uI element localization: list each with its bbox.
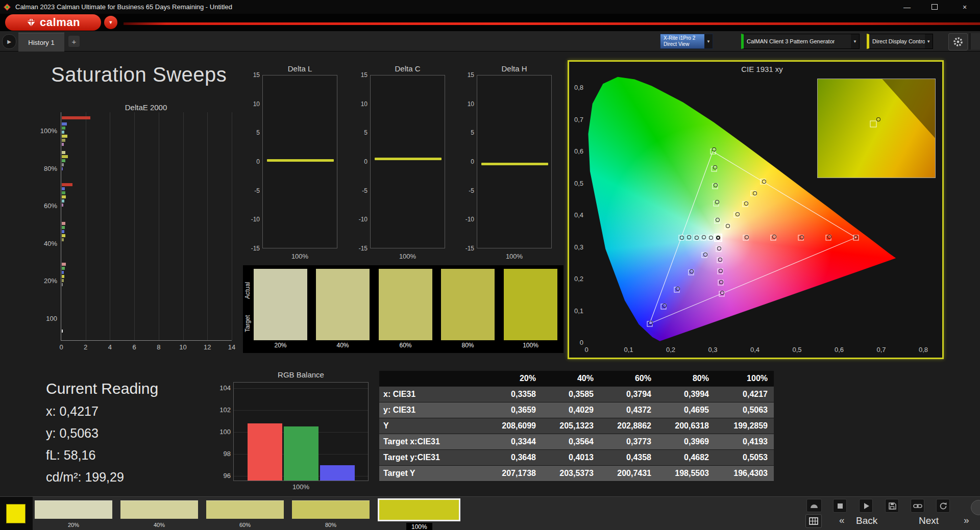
cie-y-tick: 0,2	[569, 275, 583, 283]
table-cell: 0,3344	[484, 437, 542, 446]
level-swatch-60%[interactable]	[206, 500, 284, 519]
level-swatch-20%[interactable]	[35, 500, 112, 519]
delta_c-y-tick: 15	[352, 71, 368, 79]
deltae-x-tick: 12	[197, 343, 217, 351]
next-button[interactable]: Next	[919, 515, 939, 526]
maximize-icon	[932, 4, 938, 10]
save-button[interactable]	[885, 499, 899, 513]
deltae-bar	[62, 191, 65, 194]
back-chevrons-icon[interactable]: «	[839, 515, 845, 526]
deltae-bar	[62, 116, 90, 119]
cie-y-tick: 0	[569, 339, 583, 346]
table-cell: 207,1738	[484, 469, 542, 478]
cie-measured-point-yellow	[736, 212, 740, 216]
meter-dropdown[interactable]: X-Rite i1Pro 2 Direct View ▼	[660, 34, 713, 49]
tab-history-1[interactable]: History 1	[18, 33, 64, 52]
delta_h-y-tick: -10	[459, 216, 474, 223]
deltae-bar	[62, 195, 66, 198]
level-swatch-40%[interactable]	[120, 500, 198, 519]
level-swatch-label: 20%	[35, 522, 112, 528]
deltae-x-tick: 10	[173, 343, 193, 351]
deltae-gridline	[159, 112, 159, 340]
workflow-menu-button[interactable]: ▶	[2, 34, 16, 49]
cie-inset-target-square	[870, 120, 877, 127]
link-button[interactable]	[911, 499, 924, 513]
cie-measured-point-red	[827, 235, 831, 239]
close-button[interactable]: ×	[949, 0, 980, 14]
cie-x-tick: 0,5	[787, 346, 807, 354]
stop-button[interactable]	[833, 499, 847, 513]
tabbar: ▶ History 1 + X-Rite i1Pro 2 Direct View…	[0, 31, 980, 52]
refresh-button[interactable]	[936, 499, 950, 513]
back-button[interactable]: Back	[856, 515, 877, 526]
delta_c-y-tick: -10	[352, 216, 368, 223]
compare-swatch-40%	[316, 269, 370, 340]
next-chevrons-icon[interactable]: »	[964, 515, 969, 526]
delta_c-y-tick: 10	[352, 100, 368, 108]
deltae-x-tick: 14	[222, 343, 242, 351]
rgb-gridline	[234, 388, 368, 389]
table-cell: 0,3969	[657, 437, 715, 446]
brand-row: calman ▼	[0, 14, 980, 31]
gear-icon	[952, 36, 964, 47]
panel-edge-button[interactable]	[970, 33, 980, 49]
calman-logo-text: calman	[40, 16, 80, 29]
table-cell: 199,2859	[715, 421, 774, 431]
pattern-color-swatch	[6, 504, 26, 523]
measurement-table: 20%40%60%80%100%x: CIE310,33580,35850,37…	[379, 371, 774, 482]
deltae-gridline	[232, 112, 232, 340]
cie-measured-point-magenta	[718, 258, 722, 262]
compare-swatch-60%	[379, 269, 432, 340]
close-icon: ×	[963, 3, 967, 11]
calman-menu-button[interactable]: calman	[5, 14, 101, 31]
cie-zoom-inset	[817, 79, 936, 178]
play-icon	[863, 502, 870, 510]
delta_l-value-bar	[267, 159, 334, 162]
compare-swatch-100%	[504, 269, 557, 340]
table-cell: 0,4217	[715, 390, 774, 399]
calman-menu-dropdown-button[interactable]: ▼	[104, 16, 117, 29]
pattern-preview-tile	[0, 497, 33, 530]
cie-x-tick: 0,4	[745, 346, 765, 354]
cie-measured-point-green	[713, 165, 717, 169]
rgb-bar-green	[284, 426, 318, 481]
cie-x-tick: 0,2	[660, 346, 681, 354]
cie-x-tick: 0,1	[619, 346, 639, 354]
cie1931-title: CIE 1931 xy	[586, 65, 938, 73]
cie-x-tick: 0	[576, 346, 597, 354]
table-cell: 198,5503	[657, 469, 715, 478]
deltae-bar	[62, 238, 64, 241]
layout-grid-button[interactable]	[805, 514, 822, 528]
maximize-button[interactable]	[922, 0, 947, 14]
measure-play-button[interactable]	[859, 499, 873, 513]
rgb-balance-title: RGB Balance	[233, 370, 369, 379]
pattern-generator-dropdown[interactable]: CalMAN Client 3 Pattern Generator ▼	[741, 34, 860, 49]
minimize-button[interactable]: —	[894, 0, 920, 14]
display-control-dropdown[interactable]: Direct Display Control ▼	[867, 34, 933, 49]
level-swatch-100%[interactable]	[378, 498, 460, 521]
delta_c-y-tick: -5	[352, 187, 368, 194]
settings-button[interactable]	[948, 33, 968, 51]
cie-x-tick: 0,6	[829, 346, 849, 354]
reading-y: y: 0,5063	[46, 426, 99, 441]
collapse-panel-button[interactable]	[806, 499, 822, 512]
cie-measured-point-red	[854, 235, 858, 239]
delta_c-y-tick: -15	[352, 245, 368, 252]
cie-y-tick: 0,7	[569, 116, 583, 123]
compare-swatch-label: 40%	[316, 342, 370, 349]
delta-l-x-label: 100%	[262, 253, 337, 260]
cie-y-tick: 0,3	[569, 243, 583, 251]
display-control-label: Direct Display Control	[869, 38, 925, 44]
deltae-gridline	[86, 112, 86, 340]
deltae-bar	[62, 183, 72, 186]
level-swatch-80%[interactable]	[292, 500, 370, 519]
cie-y-tick: 0,1	[569, 307, 583, 315]
compare-swatch-label: 80%	[441, 342, 495, 349]
table-row-label: x: CIE31	[379, 390, 484, 399]
delta_l-y-tick: -5	[244, 187, 260, 194]
corner-round-button[interactable]	[971, 500, 980, 515]
deltae-bar	[62, 275, 64, 278]
deltae-bar	[62, 263, 66, 266]
add-tab-button[interactable]: +	[68, 36, 80, 47]
table-cell: 200,7431	[600, 469, 657, 478]
